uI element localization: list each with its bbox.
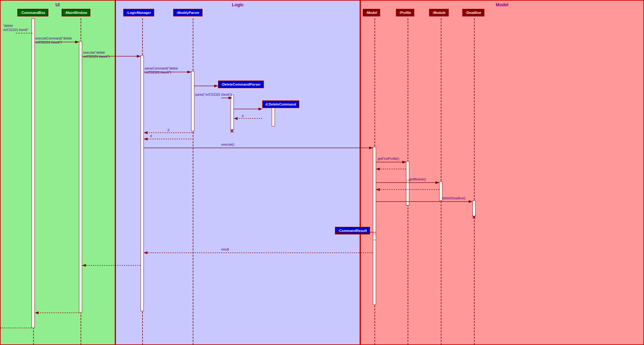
lane-ui-title: Ui — [1, 1, 115, 9]
activation-profile-2 — [406, 180, 409, 205]
lifeline-model: :Model — [363, 9, 380, 16]
lifeline-module: :Module — [429, 9, 449, 16]
msg3-label: execute("delete m/CS2101 t/work") — [83, 51, 110, 59]
lifeline-line-moddyparser — [193, 18, 193, 345]
msg12-label: getFirstProfile() — [378, 157, 399, 160]
lifeline-deadline: :Deadline — [462, 9, 484, 16]
msg1-label: "delete m/CS2101 t/work" — [3, 24, 28, 32]
lifeline-line-deadline — [474, 18, 475, 345]
msg16-label: deleteDeadline() — [442, 197, 465, 200]
msg10-label: d — [150, 134, 152, 138]
msg8-label: d — [242, 114, 244, 118]
activation-deletecommand — [272, 107, 275, 126]
destroy-deadline: ✕ — [472, 214, 476, 220]
lane-logic-title: Logic — [116, 1, 360, 9]
activation-deletecommandparser — [231, 95, 234, 130]
activation-module — [439, 182, 442, 201]
lifeline-logicmanager: :LogicManager — [123, 9, 154, 16]
msg2-label: executeCommand("delete m/CS2101 t/work") — [35, 36, 72, 45]
lifeline-mainwindow: :MainWindow — [62, 9, 90, 16]
lifeline-commandbox: :CommandBox — [17, 9, 48, 16]
msg4-label: parseCommand("delete m/CS2101 t/work") — [145, 66, 178, 75]
diagram-container: Ui Logic Model :CommandBox :MainWindow :… — [0, 0, 644, 345]
created-deletecommandparser: :DeleteCommandParser — [218, 81, 264, 88]
activation-mainwindow — [79, 41, 82, 313]
activation-moddyparser — [191, 71, 194, 131]
msg6-label: parse("m/CS2101 t/work") — [195, 93, 232, 96]
msg18-label: result — [221, 248, 229, 251]
activation-commandresult — [373, 234, 376, 240]
lane-model: Model — [360, 0, 644, 345]
msg9-label: d — [167, 128, 169, 132]
lifeline-moddyparser: :ModdyParser — [173, 9, 203, 16]
lifeline-profile: :Profile — [396, 9, 414, 16]
destroy-deletecommandparser: ✕ — [230, 128, 234, 134]
lane-logic: Logic — [115, 0, 360, 345]
msg11-label: execute() — [221, 143, 234, 146]
created-deletecommand: d:DeleteCommand — [262, 100, 299, 108]
activation-model — [373, 147, 376, 305]
msg14-label: getModule() — [409, 178, 426, 181]
created-commandresult: :CommandResult — [335, 227, 370, 234]
lane-model-title: Model — [361, 1, 643, 9]
activation-logicmanager — [141, 55, 144, 311]
activation-commandbox — [32, 18, 35, 328]
